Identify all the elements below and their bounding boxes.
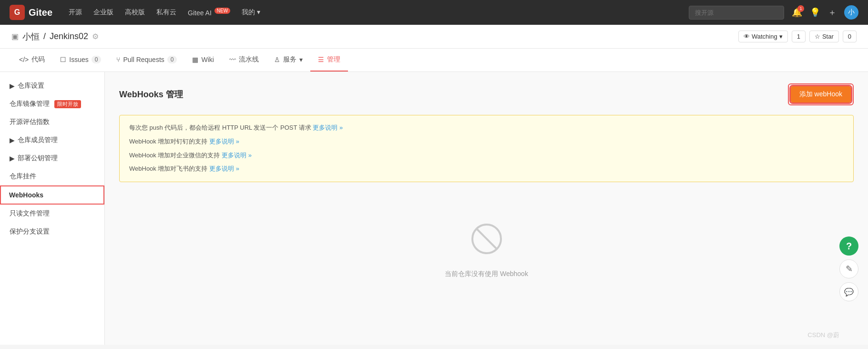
sidebar-item-repo-settings[interactable]: ▶ 仓库设置 (0, 77, 104, 95)
nav-gitee-ai[interactable]: Gitee AI NEW (188, 8, 230, 17)
manage-icon: ☰ (318, 56, 324, 63)
info-link-1[interactable]: 更多说明 » (313, 124, 343, 131)
tab-code[interactable]: </> 代码 (11, 49, 52, 72)
info-link-3[interactable]: 更多说明 » (222, 152, 252, 159)
pr-icon: ⑂ (116, 56, 120, 63)
svg-line-1 (477, 229, 496, 248)
code-icon: </> (19, 56, 29, 63)
tab-pipeline[interactable]: 〰 流水线 (222, 49, 266, 72)
nav-university[interactable]: 高校版 (125, 8, 145, 17)
tab-issues[interactable]: ☐ Issues 0 (52, 49, 109, 71)
info-line-3: WebHook 增加对企业微信的支持 更多说明 » (129, 151, 844, 161)
info-box: 每次您 push 代码后，都会给远程 HTTP URL 发送一个 POST 请求… (119, 115, 854, 182)
info-line-1: 每次您 push 代码后，都会给远程 HTTP URL 发送一个 POST 请求… (129, 123, 844, 133)
nav-right: 🔔 1 💡 ＋ 小 (689, 5, 858, 20)
limit-badge: 限时开放 (54, 100, 81, 108)
empty-text: 当前仓库没有使用 Webhook (445, 270, 528, 278)
notif-count: 1 (797, 5, 804, 12)
logo[interactable]: G Gitee (10, 5, 52, 20)
add-webhook-button[interactable]: 添加 webHook (791, 86, 851, 103)
nav-enterprise[interactable]: 企业版 (93, 8, 113, 17)
nav-mine[interactable]: 我的 ▾ (242, 8, 260, 17)
sidebar-item-protect-branch[interactable]: 保护分支设置 (0, 223, 104, 241)
empty-state: 当前仓库没有使用 Webhook (119, 194, 854, 307)
sidebar-item-repo-members[interactable]: ▶ 仓库成员管理 (0, 131, 104, 149)
logo-icon: G (10, 5, 25, 20)
content-area: ▶ 仓库设置 仓库镜像管理 限时开放 开源评估指数 ▶ 仓库成员管理 ▶ 部署公… (0, 72, 868, 345)
repo-icon: ▣ (11, 32, 19, 41)
service-icon: ♙ (274, 56, 280, 63)
dropdown-arrow-icon: ▾ (779, 33, 783, 40)
notification-btn[interactable]: 🔔 1 (792, 7, 802, 18)
edit-button[interactable]: ✎ (839, 259, 858, 278)
sidebar-item-webhooks[interactable]: WebHooks (0, 185, 104, 205)
search-input[interactable] (689, 6, 784, 20)
watch-button[interactable]: 👁 Watching ▾ (738, 31, 788, 42)
info-link-2[interactable]: 更多说明 » (209, 138, 239, 145)
tab-pull-requests[interactable]: ⑂ Pull Requests 0 (109, 49, 184, 71)
tab-wiki[interactable]: ▦ Wiki (184, 49, 221, 71)
star-count: 0 (843, 31, 857, 42)
user-avatar[interactable]: 小 (844, 5, 858, 20)
arrow-icon-members: ▶ (10, 136, 15, 144)
watch-count: 1 (792, 31, 806, 42)
help-button[interactable]: ? (839, 236, 858, 256)
float-buttons: ? ✎ 💬 (839, 236, 858, 301)
arrow-icon: ▶ (10, 82, 15, 90)
star-icon: ☆ (815, 33, 820, 40)
eye-icon: 👁 (744, 33, 750, 40)
sidebar-item-open-eval[interactable]: 开源评估指数 (0, 113, 104, 131)
repo-settings-icon[interactable]: ⚙ (92, 32, 99, 41)
gitee-ai-badge: NEW (214, 8, 230, 14)
page-title: WebHooks 管理 (119, 89, 183, 100)
nav-private-cloud[interactable]: 私有云 (156, 8, 176, 17)
main-content: WebHooks 管理 添加 webHook 每次您 push 代码后，都会给远… (105, 72, 868, 345)
sidebar-item-repo-plugins[interactable]: 仓库挂件 (0, 167, 104, 185)
nav-open-source[interactable]: 开源 (69, 8, 82, 17)
sidebar-item-deploy-keys[interactable]: ▶ 部署公钥管理 (0, 149, 104, 167)
tab-manage[interactable]: ☰ 管理 (310, 49, 348, 72)
arrow-icon-keys: ▶ (10, 154, 15, 162)
chat-button[interactable]: 💬 (839, 282, 858, 301)
sidebar-item-readonly-files[interactable]: 只读文件管理 (0, 205, 104, 223)
tab-service[interactable]: ♙ 服务 ▾ (266, 49, 310, 72)
repo-tabs: </> 代码 ☐ Issues 0 ⑂ Pull Requests 0 ▦ Wi… (0, 49, 868, 72)
info-line-2: WebHook 增加对钉钉的支持 更多说明 » (129, 137, 844, 147)
issues-icon: ☐ (60, 56, 66, 63)
repo-owner-link[interactable]: 小恒 (22, 31, 40, 42)
wiki-icon: ▦ (192, 56, 198, 63)
add-webhook-wrapper: 添加 webHook (788, 83, 854, 105)
watermark: CSDN @蔚 (807, 331, 839, 339)
logo-text: Gitee (29, 7, 52, 18)
issues-badge: 0 (92, 56, 102, 63)
sidebar: ▶ 仓库设置 仓库镜像管理 限时开放 开源评估指数 ▶ 仓库成员管理 ▶ 部署公… (0, 72, 105, 345)
info-line-4: WebHook 增加对飞书的支持 更多说明 » (129, 164, 844, 174)
pipeline-icon: 〰 (229, 56, 236, 63)
star-button[interactable]: ☆ Star (809, 31, 839, 42)
repo-title: ▣ 小恒 / Jenkins02 ⚙ (11, 31, 99, 42)
info-link-4[interactable]: 更多说明 » (209, 165, 239, 172)
empty-icon (470, 222, 503, 262)
sidebar-item-repo-mirror[interactable]: 仓库镜像管理 限时开放 (0, 95, 104, 113)
pr-badge: 0 (167, 56, 177, 63)
repo-actions: 👁 Watching ▾ 1 ☆ Star 0 (738, 31, 857, 42)
top-navigation: G Gitee 开源 企业版 高校版 私有云 Gitee AI NEW 我的 ▾… (0, 0, 868, 25)
page-header: WebHooks 管理 添加 webHook (119, 83, 854, 105)
service-dropdown-icon: ▾ (299, 56, 303, 63)
lightbulb-btn[interactable]: 💡 (810, 7, 820, 18)
add-btn[interactable]: ＋ (828, 7, 837, 18)
repo-header: ▣ 小恒 / Jenkins02 ⚙ 👁 Watching ▾ 1 ☆ Star… (0, 25, 868, 49)
repo-name-link[interactable]: Jenkins02 (50, 31, 88, 41)
